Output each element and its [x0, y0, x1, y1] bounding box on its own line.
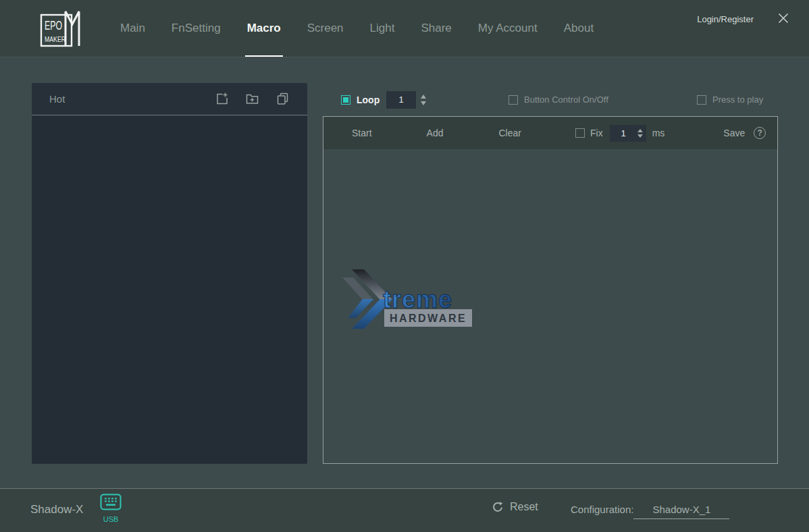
macro-options-row: Loop 1 Button Control On/Off Press to pl… — [323, 83, 778, 116]
nav-tab-label: Macro — [247, 22, 281, 35]
macro-list-panel: Hot — [32, 83, 307, 464]
new-folder-button[interactable] — [245, 92, 259, 106]
save-macro-button[interactable]: Save — [723, 128, 745, 138]
usb-label: USB — [99, 515, 122, 523]
fix-delay-label: Fix — [590, 128, 603, 138]
navbar-right-controls: Login/Register — [697, 12, 790, 26]
configuration-label: Configuration: — [571, 504, 633, 515]
epomaker-logo: EPO MAKER — [39, 9, 82, 48]
epomaker-logo-icon: EPO MAKER — [39, 9, 82, 48]
nav-tab-share[interactable]: Share — [421, 0, 451, 57]
macro-group-title: Hot — [49, 93, 65, 105]
loop-setting: Loop 1 — [341, 83, 426, 116]
new-macro-button[interactable] — [215, 92, 229, 106]
reset-label: Reset — [510, 501, 538, 513]
reset-button[interactable]: Reset — [492, 501, 538, 513]
xtreme-hardware-watermark: treme HARDWARE — [341, 269, 476, 330]
top-navbar: EPO MAKER Main FnSetting Macro Screen Li… — [0, 0, 809, 57]
nav-tab-my-account[interactable]: My Account — [478, 0, 538, 57]
help-icon[interactable]: ? — [754, 127, 766, 139]
nav-tab-screen[interactable]: Screen — [307, 0, 344, 57]
device-name: Shadow-X — [30, 503, 83, 516]
macro-list-header: Hot — [32, 83, 307, 115]
nav-tab-main[interactable]: Main — [120, 0, 145, 57]
press-to-play-label: Press to play — [712, 95, 763, 105]
button-control-label: Button Control On/Off — [524, 95, 608, 105]
press-to-play-checkbox[interactable] — [697, 95, 706, 105]
watermark-treme-text: treme — [383, 286, 452, 313]
close-icon — [777, 12, 789, 24]
main-nav: Main FnSetting Macro Screen Light Share … — [120, 0, 594, 57]
fix-delay-value: 1 — [610, 128, 637, 138]
nav-tab-label: FnSetting — [172, 22, 221, 35]
loop-count-input[interactable]: 1 — [386, 91, 416, 109]
copy-macro-button[interactable] — [276, 92, 290, 106]
loop-label: Loop — [357, 95, 380, 105]
logo-text-epo: EPO — [45, 18, 62, 32]
configuration-setting: Configuration: Shadow-X_1 — [571, 504, 729, 519]
macro-editor-panel: Start Add Clear Fix 1 ms Save ? — [323, 116, 778, 464]
login-register-link[interactable]: Login/Register — [697, 14, 754, 24]
reset-icon — [492, 501, 504, 513]
nav-tab-label: Share — [421, 22, 451, 35]
add-action-button[interactable]: Add — [427, 128, 444, 138]
step-up-icon[interactable] — [421, 95, 426, 99]
copy-macro-icon — [276, 92, 290, 106]
start-record-button[interactable]: Start — [352, 128, 372, 138]
macro-list-actions — [215, 92, 290, 106]
new-macro-icon — [215, 92, 229, 106]
nav-tab-label: About — [564, 22, 594, 35]
loop-checkbox[interactable] — [341, 95, 350, 105]
close-window-button[interactable] — [777, 12, 790, 26]
nav-tab-macro[interactable]: Macro — [247, 0, 281, 57]
step-up-icon[interactable] — [637, 129, 643, 132]
watermark-hardware-text: HARDWARE — [390, 313, 467, 324]
configuration-name-input[interactable]: Shadow-X_1 — [633, 504, 729, 519]
usb-connection-indicator[interactable]: USB — [99, 494, 122, 523]
nav-tab-label: My Account — [478, 22, 538, 35]
nav-tab-label: Screen — [307, 22, 344, 35]
fix-delay-stepper[interactable] — [637, 129, 643, 138]
nav-tab-light[interactable]: Light — [370, 0, 395, 57]
watermark-x-lower-arm — [352, 299, 392, 329]
macro-editor-toolbar: Start Add Clear Fix 1 ms Save ? — [323, 117, 777, 149]
fix-delay-setting: Fix 1 ms — [575, 125, 664, 142]
nav-tab-label: Main — [120, 22, 145, 35]
status-bar: Shadow-X USB Reset Configu — [0, 488, 809, 532]
watermark-hardware-box — [384, 309, 472, 327]
fix-delay-unit: ms — [652, 128, 665, 138]
step-down-icon[interactable] — [421, 101, 426, 105]
step-down-icon[interactable] — [637, 134, 643, 138]
new-folder-icon — [245, 92, 259, 106]
watermark-x-parallel-arm — [342, 277, 373, 300]
clear-actions-button[interactable]: Clear — [499, 128, 521, 138]
loop-count-stepper[interactable] — [421, 95, 426, 105]
nav-tab-fnsetting[interactable]: FnSetting — [172, 0, 221, 57]
watermark-x-upper-arm — [352, 269, 392, 300]
press-to-play-setting: Press to play — [697, 83, 763, 116]
nav-tab-label: Light — [370, 22, 395, 35]
keyboard-icon — [100, 494, 122, 512]
nav-tab-about[interactable]: About — [564, 0, 594, 57]
logo-text-maker: MAKER — [45, 35, 66, 43]
watermark-x-lower-parallel — [348, 299, 373, 318]
button-control-checkbox[interactable] — [508, 95, 518, 105]
fix-delay-input[interactable]: 1 — [610, 125, 646, 142]
fix-delay-checkbox[interactable] — [575, 128, 585, 138]
button-control-setting: Button Control On/Off — [508, 83, 608, 116]
macro-action-list[interactable]: treme HARDWARE — [323, 149, 777, 463]
